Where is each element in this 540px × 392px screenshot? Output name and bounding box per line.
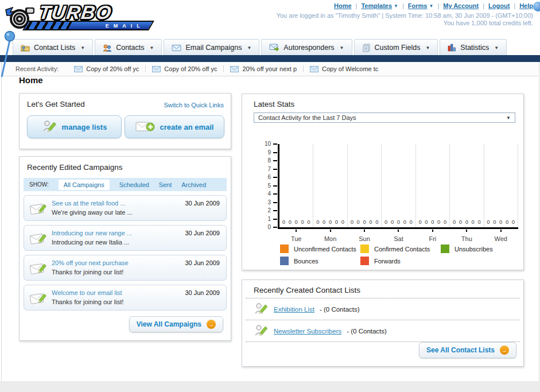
legend-swatch [280,257,289,265]
recent-activity-item[interactable]: Copy of 20% off yc [145,65,223,72]
x-axis-label: Thu [450,235,483,242]
manage-lists-icon [42,119,57,134]
campaign-subtitle: Thanks for joining our list! [52,269,123,275]
header-link-logout[interactable]: Logout [488,2,510,9]
tab-label: Autoresponders [283,44,334,52]
recent-activity-item-label: Copy of Welcome tc [322,65,378,72]
logo-text: TURBO EMAIL [39,3,151,30]
value-label: 0 [316,219,319,225]
tab-label: Contacts [116,44,144,52]
filter-archived[interactable]: Archived [181,181,206,188]
contact-list-item[interactable]: Newsletter Subscribers - (0 Contacts) [246,320,520,342]
view-all-campaigns-label: View All Campaigns [137,320,201,328]
value-label: 0 [465,219,468,225]
campaign-date: 30 Jun 2009 [185,200,220,207]
campaign-title-link[interactable]: See us at the retail food ... [52,200,125,207]
campaign-title-link[interactable]: Welcome to our email list [52,289,122,296]
credits-text: You have 1,000 total credits left. [444,20,533,26]
recent-activity-item[interactable]: 20% off your next p [223,65,303,72]
manage-lists-button[interactable]: manage lists [27,115,122,138]
campaigns-filter-bar: SHOW: All Campaigns Scheduled Sent Archi… [24,178,227,191]
recent-activity-item[interactable]: Copy of Welcome tc [303,65,384,72]
latest-stats-panel: Latest Stats Contact Activity for the La… [242,94,524,270]
campaign-row[interactable]: 20% off your next purchase Thanks for jo… [24,255,227,281]
tab-statistics[interactable]: Statistics ▼ [440,39,507,56]
campaign-title-link[interactable]: 20% off your next purchase [52,259,129,266]
chart-legend: Unconfirmed ContactsConfirmed ContactsUn… [280,244,523,268]
divider: | [514,2,515,9]
switch-quick-links-link[interactable]: Switch to Quick Links [164,102,224,108]
legend-item: Confirmed Contacts [360,244,441,254]
y-tick-label: 10 [265,141,271,148]
latest-stats-title: Latest Stats [254,100,294,108]
stats-period-select[interactable]: Contact Activity for the Last 7 Days ▼ [254,112,515,123]
view-all-campaigns-button[interactable]: View All Campaigns → [129,316,223,332]
see-all-contact-lists-label: See All Contact Lists [426,346,495,354]
tab-custom-fields[interactable]: Custom Fields ▼ [354,39,438,56]
header-link-my-account[interactable]: My Account [443,2,479,9]
tab-email-campaigns[interactable]: Email Campaigns ▼ [164,39,259,56]
campaign-row[interactable]: See us at the retail food ... We're givi… [24,195,227,221]
header-link-forms[interactable]: Forms [408,2,428,9]
tab-contact-lists[interactable]: Contact Lists ▼ [13,39,93,56]
arrow-right-icon: → [207,320,216,329]
campaign-title-link[interactable]: Introducing our new range ... [52,230,132,236]
divider: | [356,2,358,9]
campaign-row[interactable]: Introducing our new range ... Introducin… [24,225,227,251]
filter-scheduled[interactable]: Scheduled [119,181,149,188]
value-label: 0 [431,219,434,225]
campaign-edit-icon [29,290,47,306]
x-tick-mark [364,230,365,232]
legend-swatch [360,244,369,253]
campaign-row[interactable]: Welcome to our email list Thanks for joi… [24,285,227,311]
manage-lists-label: manage lists [62,123,107,131]
chart-plot-area: 00000Tue00000Mon00000Sun00000Sat00000Fri… [278,144,518,229]
recent-activity-item[interactable]: Copy of 20% off yc [68,65,145,72]
value-label: 0 [295,219,298,225]
value-label: 0 [357,219,360,225]
create-email-button[interactable]: create an email [125,115,224,138]
campaign-edit-icon [29,200,47,216]
chart-day-group: 00000Sun [348,144,382,227]
value-label: 0 [493,219,496,225]
value-label: 0 [403,219,406,225]
value-label: 0 [499,219,502,225]
envelope-icon [310,66,318,72]
footer-strip [0,381,540,392]
y-tick-label: 1 [267,216,271,223]
filter-sent[interactable]: Sent [159,181,172,188]
value-label: 0 [472,219,475,225]
value-label: 0 [375,219,378,225]
value-label: 0 [477,219,480,225]
value-labels-row: 00000 [451,219,482,225]
y-tick-label: 3 [267,199,271,206]
see-all-contact-lists-button[interactable]: See All Contact Lists → [419,342,516,358]
value-label: 0 [437,219,440,225]
contact-lists-icon [21,44,30,52]
y-tick-label: 7 [267,166,271,173]
tab-label: Custom Fields [375,44,421,52]
value-labels-row: 00000 [349,219,380,225]
contact-list-link[interactable]: Newsletter Subscribers [274,328,341,335]
y-tick-label: 8 [267,157,271,164]
header-link-home[interactable]: Home [334,2,352,9]
value-label: 0 [323,219,325,225]
legend-item: Bounces [280,256,360,266]
x-axis-label: Sun [348,235,381,242]
chart-day-group: 00000Tue [279,144,313,227]
header-link-templates[interactable]: Templates [361,2,392,9]
tab-autoresponders[interactable]: Autoresponders ▼ [261,39,352,56]
campaign-edit-icon [29,260,47,276]
chart-day-group: 00000Wed [484,144,518,227]
contact-list-link[interactable]: Exhibition List [274,306,314,313]
envelope-icon [230,66,239,72]
contact-list-item[interactable]: Exhibition List - (0 Contacts) [246,298,520,320]
x-tick-mark [296,230,297,232]
value-label: 0 [487,219,490,225]
header-nav: Home| Templates▼| Forms▼| My Account| Lo… [334,2,533,9]
filter-all-campaigns[interactable]: All Campaigns [59,180,110,190]
header-link-help[interactable]: Help [519,2,533,9]
divider: | [483,2,484,9]
campaign-subtitle: We're giving away our late ... [52,209,133,216]
tab-contacts[interactable]: Contacts ▼ [95,39,162,56]
